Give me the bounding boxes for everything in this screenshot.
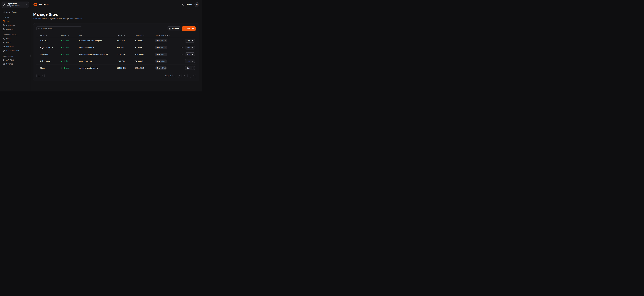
sort-icon	[67, 34, 69, 36]
page-size-select[interactable]: 20	[36, 74, 44, 78]
sidebar-section-general: GENERAL	[2, 17, 29, 18]
column-header-data-out[interactable]: Data Out	[132, 34, 152, 36]
sidebar-item-server-admin[interactable]: Server Admin	[2, 10, 29, 14]
cell-data-in: 534.98 GB	[113, 67, 132, 69]
cell-data-out: 3.20 MB	[132, 46, 152, 48]
connection-name: Newt	[156, 60, 160, 62]
cell-site: smug-brown-rat	[75, 60, 113, 62]
column-header-data-in[interactable]: Data In	[113, 34, 132, 36]
top-header: PANGOLIN System M	[30, 0, 202, 9]
sidebar-item-invitations[interactable]: Invitations	[2, 45, 29, 48]
globe-icon	[2, 28, 5, 30]
cell-data-out: 141.68 GB	[132, 53, 152, 56]
arrow-right-icon	[191, 47, 193, 48]
row-menu-button[interactable]	[181, 40, 183, 42]
edit-button[interactable]: Edit	[185, 66, 195, 70]
connection-version: v1.3.2	[161, 60, 166, 62]
cell-data-out: 52.02 MB	[132, 40, 152, 42]
cell-connection-type: Newtv1.3.2	[152, 46, 181, 49]
sidebar-item-settings[interactable]: Settings	[2, 62, 29, 66]
row-menu-button[interactable]	[181, 67, 183, 69]
column-label: Site	[79, 34, 82, 36]
sidebar-item-sites[interactable]: Sites	[2, 20, 29, 23]
sort-icon	[123, 34, 125, 36]
cell-data-in: 5.00 MB	[113, 46, 132, 48]
sidebar-item-domains[interactable]: Domains	[2, 28, 29, 31]
theme-toggle[interactable]: System	[182, 4, 192, 6]
connection-name: Newt	[156, 47, 160, 48]
edit-button[interactable]: Edit	[185, 46, 195, 50]
online-status: Online	[64, 46, 69, 48]
sort-icon	[143, 34, 144, 36]
cell-name: Home Lab	[36, 53, 58, 56]
connection-version: v1.3.2	[161, 40, 166, 42]
app-window: Organization milo@fossorial.io's ... Ser…	[0, 0, 202, 92]
refresh-button[interactable]: Refresh	[167, 26, 181, 31]
online-dot-icon	[61, 68, 62, 68]
page-content: Manage Sites Allow connectivity to your …	[30, 9, 202, 81]
search-icon	[38, 28, 40, 30]
cell-name: Edge Device 01	[36, 46, 58, 48]
sidebar-item-roles[interactable]: Roles	[2, 41, 29, 44]
cell-online: Online	[58, 46, 75, 48]
search-input[interactable]	[41, 28, 80, 30]
link-icon	[2, 50, 5, 52]
edit-label: Edit	[187, 60, 190, 62]
edit-button[interactable]: Edit	[185, 52, 195, 56]
connection-badge: Newtv1.3.2	[155, 66, 167, 70]
cell-connection-type: Newtv1.3.2	[152, 66, 181, 70]
gear-icon	[2, 63, 5, 65]
row-menu-button[interactable]	[181, 53, 183, 56]
next-page-button[interactable]	[188, 74, 191, 78]
sidebar-scrollbar-thumb[interactable]	[30, 54, 31, 57]
first-page-button[interactable]	[178, 74, 182, 78]
edit-button[interactable]: Edit	[185, 39, 195, 43]
organization-selector[interactable]: Organization milo@fossorial.io's ...	[2, 2, 29, 8]
cell-name: AWS VPC	[36, 40, 58, 42]
organization-label: Organization	[7, 2, 24, 5]
sidebar-section-organization: ORGANIZATION	[2, 56, 29, 57]
avatar[interactable]: M	[194, 2, 199, 7]
column-header-online[interactable]: Online	[58, 34, 75, 36]
row-menu-button[interactable]	[181, 46, 183, 48]
connection-badge: Newtv1.3.2	[155, 53, 167, 56]
sidebar-item-label: Users	[6, 38, 11, 40]
cell-actions: Edit	[181, 46, 196, 50]
last-page-button[interactable]	[192, 74, 196, 78]
cell-name: Office	[36, 67, 58, 69]
sidebar-item-api-keys[interactable]: API Keys	[2, 58, 29, 62]
table-header: Name Online Site Data In	[36, 33, 196, 37]
column-label: Connection Type	[155, 34, 168, 36]
chevron-down-icon	[41, 75, 43, 77]
cell-site: dead-san-joaquin-antelope-squirrel	[75, 53, 113, 56]
edit-button[interactable]: Edit	[185, 59, 195, 63]
arrow-right-icon	[191, 40, 193, 42]
plus-icon	[184, 28, 186, 30]
column-header-site[interactable]: Site	[75, 34, 113, 36]
page-subtitle: Allow connectivity to your network throu…	[33, 18, 199, 20]
online-status: Online	[64, 40, 69, 42]
sidebar-item-resources[interactable]: Resources	[2, 24, 29, 27]
chevrons-right-icon	[193, 75, 195, 77]
users-icon	[2, 42, 5, 44]
main-area: PANGOLIN System M Manage Sites Allow con…	[30, 0, 202, 92]
server-icon	[2, 11, 5, 13]
pagination-controls: Page 1 of 1	[165, 74, 196, 78]
sidebar-item-users[interactable]: Users	[2, 37, 29, 40]
pagination-status: Page 1 of 1	[165, 75, 174, 77]
connection-badge: Newtv1.3.2	[155, 39, 167, 42]
sidebar: Organization milo@fossorial.io's ... Ser…	[0, 0, 30, 92]
chevron-left-icon	[184, 75, 185, 77]
chevrons-up-down-icon	[25, 4, 27, 6]
previous-page-button[interactable]	[183, 74, 186, 78]
card-toolbar: Refresh Add Site	[36, 26, 196, 31]
user-icon	[2, 38, 5, 40]
add-site-button[interactable]: Add Site	[182, 26, 196, 31]
column-header-name[interactable]: Name	[36, 34, 58, 36]
online-status: Online	[64, 67, 69, 69]
sidebar-item-shareable-links[interactable]: Shareable Links	[2, 49, 29, 52]
arrow-right-icon	[191, 67, 193, 69]
organization-text: Organization milo@fossorial.io's ...	[7, 2, 24, 7]
column-header-connection-type[interactable]: Connection Type	[152, 34, 181, 36]
row-menu-button[interactable]	[181, 60, 183, 62]
